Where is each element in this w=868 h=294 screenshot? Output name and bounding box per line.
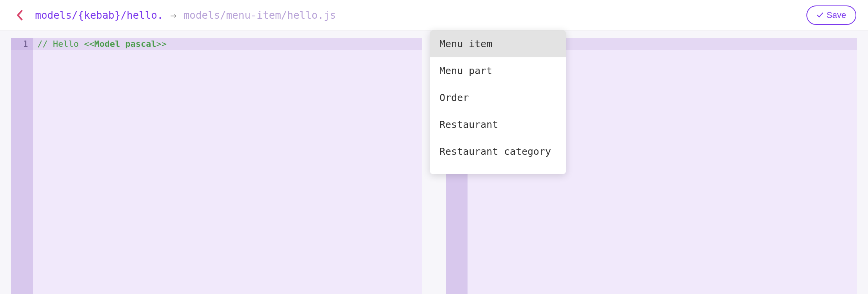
code-content[interactable]: // Hello <<Model pascal>> — [33, 38, 167, 50]
text-cursor — [167, 39, 167, 49]
line-number: 1 — [11, 38, 33, 50]
editor-empty-area[interactable] — [11, 50, 422, 294]
editor-body: 1 // Hello <<Model pascal>> 1 // Hello M… — [0, 30, 868, 294]
save-button-label: Save — [827, 10, 846, 20]
arrow-right-icon: → — [170, 9, 177, 21]
breadcrumb: models/{kebab}/hello. → models/menu-item… — [35, 9, 336, 21]
dropdown-item-menu-item[interactable]: Menu item — [430, 30, 566, 57]
dropdown-item-restaurant[interactable]: Restaurant — [430, 111, 566, 138]
editor-line[interactable]: 1 // Hello <<Model pascal>> — [11, 38, 422, 50]
breadcrumb-source-path: models/{kebab}/hello. — [35, 9, 163, 21]
dropdown-item-order[interactable]: Order — [430, 84, 566, 111]
source-editor-pane[interactable]: 1 // Hello <<Model pascal>> — [11, 38, 422, 294]
back-button[interactable] — [12, 7, 27, 23]
model-select-dropdown[interactable]: Menu item Menu part Order Restaurant Res… — [430, 30, 566, 174]
check-icon — [817, 12, 824, 19]
dropdown-item-menu-part[interactable]: Menu part — [430, 57, 566, 84]
dropdown-item-restaurant-category[interactable]: Restaurant category — [430, 138, 566, 165]
save-button[interactable]: Save — [806, 5, 856, 25]
code-comment: // Hello <<Model pascal>> — [37, 38, 167, 50]
header-bar: models/{kebab}/hello. → models/menu-item… — [0, 0, 868, 30]
chevron-left-icon — [16, 10, 23, 21]
gutter — [11, 50, 33, 294]
breadcrumb-target-path: models/menu-item/hello.js — [183, 9, 336, 21]
